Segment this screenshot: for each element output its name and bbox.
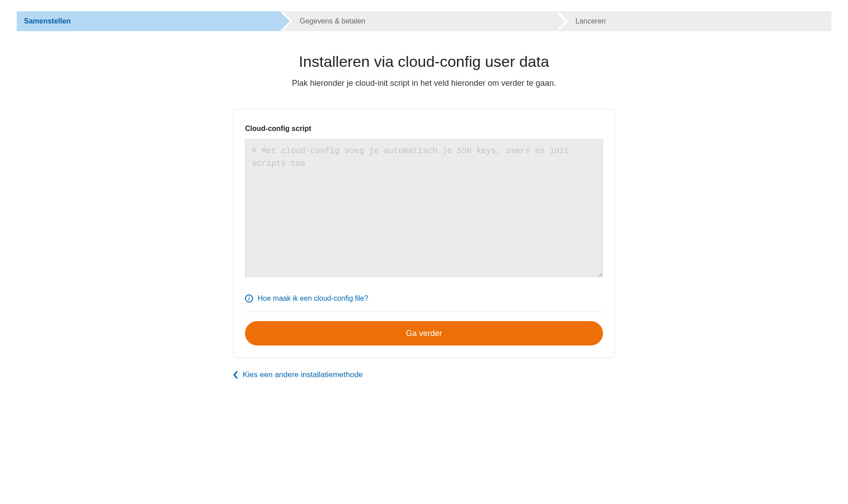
cloud-config-help-link[interactable]: i Hoe maak ik een cloud-config file? <box>245 294 368 303</box>
page-title: Installeren via cloud-config user data <box>0 53 848 70</box>
cloud-config-script-label: Cloud-config script <box>245 125 603 133</box>
cloud-config-script-input[interactable] <box>245 139 603 277</box>
cloud-config-card: Cloud-config script i Hoe maak ik een cl… <box>233 109 615 358</box>
chevron-left-icon <box>233 371 238 379</box>
wizard-step-label: Gegevens & betalen <box>300 17 365 25</box>
wizard-step-lanceren[interactable]: Lanceren <box>556 11 831 31</box>
wizard-step-label: Lanceren <box>575 17 606 25</box>
wizard-step-label: Samenstellen <box>24 17 71 25</box>
wizard-steps: Samenstellen Gegevens & betalen Lanceren <box>17 11 831 31</box>
back-link-text: Kies een andere installatiemethode <box>243 370 363 379</box>
page-subtitle: Plak hieronder je cloud-init script in h… <box>0 79 848 88</box>
choose-other-install-method-link[interactable]: Kies een andere installatiemethode <box>233 370 615 379</box>
continue-button[interactable]: Ga verder <box>245 321 603 345</box>
wizard-step-samenstellen[interactable]: Samenstellen <box>17 11 280 31</box>
divider <box>245 312 603 312</box>
wizard-step-gegevens-betalen[interactable]: Gegevens & betalen <box>280 11 556 31</box>
help-link-text: Hoe maak ik een cloud-config file? <box>258 294 368 303</box>
info-icon: i <box>245 294 253 303</box>
